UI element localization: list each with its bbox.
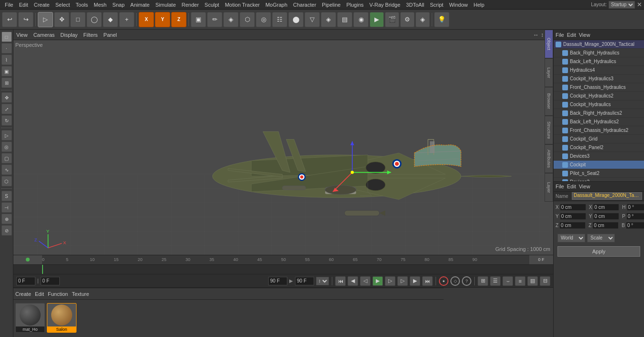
frame-start-input[interactable]	[16, 277, 35, 285]
menu-plugins[interactable]: Plugins	[343, 2, 366, 8]
snap-left-btn[interactable]: ⊕	[1, 214, 12, 224]
measure-btn[interactable]: ⊘	[1, 225, 12, 236]
mat-menu-function[interactable]: Function	[48, 291, 68, 297]
deform-btn[interactable]: ◎	[256, 12, 271, 27]
point-mode-btn[interactable]: ·	[1, 43, 12, 54]
rotate-left-btn[interactable]: ↻	[1, 115, 12, 126]
obj-item-5[interactable]: Cockpit_Hydraulics2	[554, 92, 644, 100]
z-pos-input[interactable]	[559, 222, 586, 229]
layer-pb-btn[interactable]: ▤	[527, 276, 538, 286]
poly-sel-btn[interactable]: ⬡	[1, 176, 12, 186]
z-axis-btn[interactable]: Z	[171, 12, 186, 27]
b-input[interactable]	[626, 222, 644, 229]
vtab-attributes[interactable]: Attributes	[545, 144, 553, 173]
goto-end-btn[interactable]: ⏭	[422, 276, 433, 286]
menu-snap[interactable]: Snap	[109, 2, 128, 8]
menu-character[interactable]: Character	[290, 2, 319, 8]
edge-mode-btn[interactable]: ⌇	[1, 54, 12, 65]
vp-menu-cameras[interactable]: Cameras	[33, 32, 55, 38]
viewport-tb-btn[interactable]: 💡	[434, 12, 449, 27]
menu-pipeline[interactable]: Pipeline	[319, 2, 343, 8]
menu-render[interactable]: Render	[179, 2, 202, 8]
obj-item-3[interactable]: Cockpit_Hydraulics3	[554, 75, 644, 83]
add-tool-btn[interactable]: +	[119, 12, 134, 27]
timeline-track[interactable]	[13, 265, 553, 274]
menu-create[interactable]: Create	[31, 2, 53, 8]
fps-select[interactable]: ↕	[316, 277, 329, 285]
auto-keyframe-btn[interactable]: ?	[462, 276, 471, 286]
object-mode-btn[interactable]: □	[1, 32, 12, 42]
obj-item-1[interactable]: Back_Left_Hydraulics	[554, 57, 644, 66]
obj-item-12[interactable]: Devices3	[554, 152, 644, 161]
menu-window[interactable]: Window	[446, 2, 470, 8]
obj-item-11[interactable]: Cockpit_Panel2	[554, 143, 644, 152]
poly-mode-btn[interactable]: ▣	[1, 66, 12, 76]
redo-btn[interactable]: ↪	[18, 12, 33, 27]
material-btn[interactable]: ◉	[353, 12, 369, 27]
edit-render-btn[interactable]: ◈	[415, 12, 430, 27]
obj-item-13[interactable]: Cockpit	[554, 161, 644, 169]
render-tb-btn[interactable]: ▶	[370, 12, 384, 27]
obj-view-menu[interactable]: View	[579, 32, 590, 38]
rect-sel-btn[interactable]: ▢	[1, 153, 12, 163]
obj-item-10[interactable]: Cockpit_Grid	[554, 135, 644, 143]
prev-btn[interactable]: ◁	[360, 276, 371, 286]
play-rev-btn[interactable]: ▷	[385, 276, 395, 286]
attr-view-menu[interactable]: View	[579, 184, 590, 189]
vp-menu-view[interactable]: View	[16, 32, 28, 38]
menu-simulate[interactable]: Simulate	[153, 2, 179, 8]
frame-end-input-1[interactable]	[268, 277, 287, 285]
menu-sculpt[interactable]: Sculpt	[202, 2, 222, 8]
scale-left-btn[interactable]: ⤢	[1, 104, 12, 114]
timeline-ruler[interactable]: 0 5 10 15 20 25 30 35 40 45 50 55	[13, 255, 553, 265]
subdiv-btn[interactable]: ⬡	[240, 12, 255, 27]
move-tool-btn[interactable]: ✥	[54, 12, 69, 27]
menu-file[interactable]: File	[2, 2, 16, 8]
scale-tool-btn[interactable]: □	[70, 12, 86, 27]
world-dropdown[interactable]: World	[557, 234, 585, 242]
rotate-tool-btn[interactable]: ◯	[87, 12, 102, 27]
x2-input[interactable]	[593, 204, 619, 211]
uv-mode-btn[interactable]: ⊞	[1, 77, 12, 88]
vp-icon-2[interactable]: ↕	[541, 32, 544, 38]
obj-item-8[interactable]: Back_Left_Hydraulics2	[554, 118, 644, 126]
move-left-btn[interactable]: ✥	[1, 92, 12, 103]
obj-item-4[interactable]: Front_Chassis_Hydraulics	[554, 83, 644, 92]
menu-vray-bridge[interactable]: V-Ray Bridge	[367, 2, 404, 8]
nurbs-btn[interactable]: ◈	[223, 12, 239, 27]
mat-menu-edit[interactable]: Edit	[35, 291, 44, 297]
close-icon[interactable]: ✕	[637, 1, 642, 8]
record-btn[interactable]: ●	[439, 276, 448, 286]
attr-edit-menu[interactable]: Edit	[567, 184, 576, 189]
mograph-tb-btn[interactable]: ☷	[272, 12, 287, 27]
obj-item-14[interactable]: Pilot_s_Seat2	[554, 169, 644, 178]
obj-edit-menu[interactable]: Edit	[567, 32, 576, 38]
vtab-browser[interactable]: Browser	[545, 87, 553, 116]
select-left-btn[interactable]: ▷	[1, 130, 12, 141]
h-input[interactable]	[627, 204, 644, 211]
live-sel-btn[interactable]: ◎	[1, 141, 12, 152]
current-frame-input[interactable]	[41, 277, 60, 285]
vtab-object[interactable]: Object	[545, 30, 553, 58]
material-thumb-1[interactable]: mat_Ho	[15, 303, 45, 333]
apply-button[interactable]: Apply	[557, 246, 640, 257]
p-input[interactable]	[626, 213, 644, 220]
next-frame-btn[interactable]: ▶	[410, 276, 420, 286]
menu-3dtoall[interactable]: 3DToAll	[403, 2, 427, 8]
obj-item-9[interactable]: Front_Chassis_Hydraulics2	[554, 126, 644, 135]
attr-file-menu[interactable]: File	[556, 184, 564, 189]
material-thumb-2[interactable]: Salon	[47, 303, 76, 333]
x-axis-btn[interactable]: X	[139, 12, 154, 27]
prev-frame-btn[interactable]: ◀	[348, 276, 358, 286]
vp-menu-display[interactable]: Display	[60, 32, 77, 38]
mat-menu-create[interactable]: Create	[15, 291, 31, 297]
brush-btn[interactable]: S	[1, 191, 12, 201]
menu-select[interactable]: Select	[53, 2, 73, 8]
lasso-btn[interactable]: ∿	[1, 164, 12, 175]
timeline-btn[interactable]: ☰	[490, 276, 501, 286]
y-pos-input[interactable]	[560, 213, 586, 220]
x-pos-input[interactable]	[560, 204, 586, 211]
scene-btn[interactable]: ◈	[321, 12, 336, 27]
vp-icon-1[interactable]: ↔	[533, 32, 539, 38]
curve-btn[interactable]: ⌣	[502, 276, 513, 286]
